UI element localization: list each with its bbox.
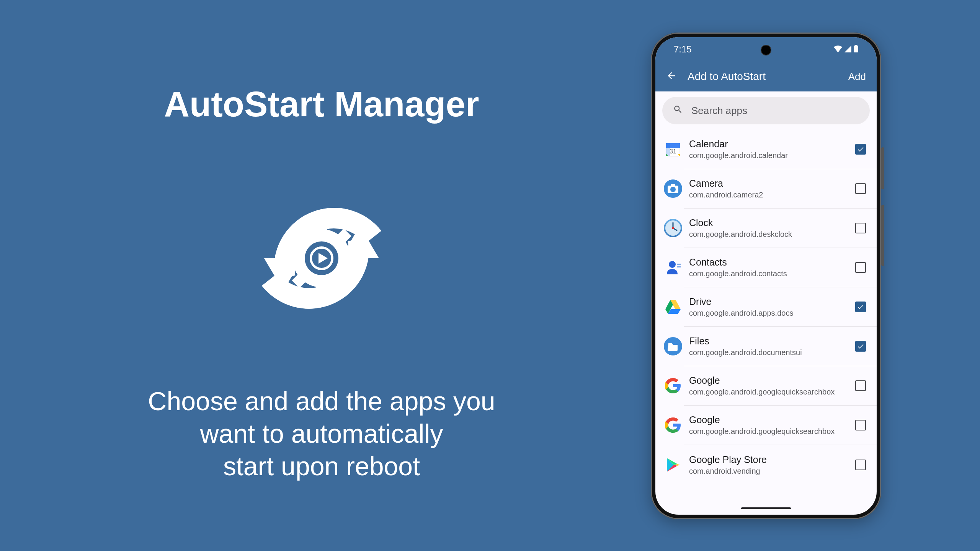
search-input[interactable]: Search apps: [662, 97, 870, 124]
add-button[interactable]: Add: [848, 71, 866, 83]
app-package: com.google.android.googlequicksearchbox: [689, 427, 855, 436]
svg-rect-4: [316, 284, 327, 295]
app-row[interactable]: Clockcom.google.android.deskclock: [684, 209, 877, 248]
svg-rect-31: [677, 266, 681, 267]
svg-point-28: [672, 227, 674, 229]
navigation-handle[interactable]: [741, 507, 791, 509]
app-package: com.google.android.deskclock: [689, 230, 855, 239]
app-checkbox[interactable]: [855, 420, 866, 430]
app-icon-contacts: [664, 258, 682, 277]
svg-rect-5: [285, 253, 296, 264]
app-name: Clock: [689, 217, 855, 228]
app-checkbox[interactable]: [855, 341, 866, 352]
battery-icon: [854, 44, 858, 55]
app-checkbox[interactable]: [855, 302, 866, 312]
marketing-subtitle: Choose and add the apps you want to auto…: [148, 385, 495, 483]
app-row[interactable]: Googlecom.google.android.googlequicksear…: [684, 406, 877, 445]
signal-icon: [844, 44, 851, 55]
wifi-icon: [834, 44, 842, 55]
app-package: com.android.vending: [689, 467, 855, 476]
search-icon: [673, 104, 683, 117]
app-icon-drive: [664, 298, 682, 316]
svg-rect-23: [671, 184, 675, 186]
svg-rect-15: [855, 45, 857, 46]
app-name: Drive: [689, 296, 855, 307]
app-package: com.google.android.apps.docs: [689, 309, 855, 318]
app-checkbox[interactable]: [855, 144, 866, 155]
phone-frame: 7:15 Add to AutoStart Add: [651, 33, 881, 519]
app-name: Contacts: [689, 257, 855, 268]
svg-rect-30: [677, 264, 681, 265]
app-icon-files: [664, 337, 682, 355]
app-checkbox[interactable]: [855, 262, 866, 273]
app-logo-icon: [228, 184, 415, 334]
statusbar-time: 7:15: [674, 44, 692, 55]
app-row[interactable]: Drivecom.google.android.apps.docs: [684, 287, 877, 327]
app-name: Calendar: [689, 139, 855, 150]
app-icon-clock: [664, 219, 682, 237]
app-row[interactable]: Filescom.google.android.documentsui: [684, 327, 877, 366]
phone-volume-button: [881, 205, 884, 266]
app-checkbox[interactable]: [855, 460, 866, 470]
back-icon[interactable]: [666, 70, 677, 83]
search-placeholder: Search apps: [691, 105, 747, 117]
svg-rect-6: [348, 253, 358, 264]
subtitle-line: Choose and add the apps you: [148, 385, 495, 417]
app-name: Google: [689, 375, 855, 386]
app-checkbox[interactable]: [855, 380, 866, 391]
svg-rect-14: [854, 46, 858, 52]
app-package: com.google.android.googlequicksearchbox: [689, 388, 855, 396]
app-icon-google: [664, 377, 682, 395]
app-row[interactable]: Googlecom.google.android.googlequicksear…: [684, 366, 877, 406]
app-name: Files: [689, 336, 855, 347]
svg-text:31: 31: [670, 148, 676, 155]
camera-punch-hole: [761, 45, 771, 55]
app-row[interactable]: Google Play Storecom.android.vending: [684, 445, 877, 484]
app-checkbox[interactable]: [855, 183, 866, 194]
app-icon-play: [664, 456, 682, 474]
marketing-title: AutoStart Manager: [164, 84, 479, 124]
subtitle-line: start upon reboot: [148, 450, 495, 483]
app-row[interactable]: Contactscom.google.android.contacts: [684, 248, 877, 287]
app-package: com.google.android.contacts: [689, 269, 855, 278]
svg-point-29: [669, 261, 676, 268]
app-name: Google Play Store: [689, 454, 855, 465]
app-icon-google: [664, 416, 682, 434]
appbar: Add to AutoStart Add: [655, 62, 877, 91]
svg-point-22: [670, 187, 676, 192]
app-name: Camera: [689, 178, 855, 189]
app-icon-calendar: 31: [664, 140, 682, 158]
app-icon-camera: [664, 179, 682, 198]
phone-power-button: [881, 147, 884, 189]
svg-rect-3: [316, 222, 327, 232]
appbar-title: Add to AutoStart: [688, 70, 838, 83]
subtitle-line: want to automatically: [148, 417, 495, 450]
app-row[interactable]: 31Calendarcom.google.android.calendar: [684, 130, 877, 169]
app-package: com.google.android.calendar: [689, 151, 855, 160]
app-row[interactable]: Cameracom.android.camera2: [684, 169, 877, 209]
app-name: Google: [689, 414, 855, 425]
app-package: com.google.android.documentsui: [689, 348, 855, 357]
app-checkbox[interactable]: [855, 223, 866, 233]
app-package: com.android.camera2: [689, 191, 855, 199]
